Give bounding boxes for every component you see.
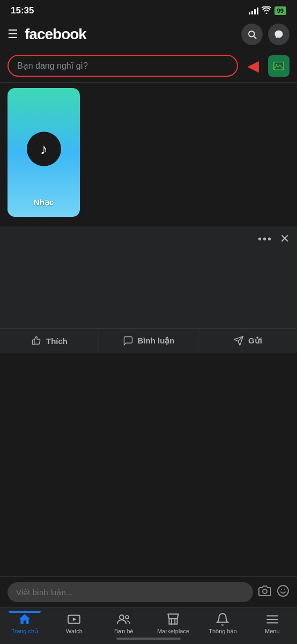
close-icon[interactable]: ✕: [280, 232, 289, 246]
status-bar: 15:35 99: [0, 0, 297, 19]
svg-point-5: [276, 63, 278, 65]
signal-bars-icon: [249, 7, 258, 14]
home-indicator: [116, 638, 181, 640]
emoji-icon[interactable]: [277, 584, 289, 600]
feed-card: ••• ✕ Thích Bình luận Gửi: [0, 226, 297, 353]
nav-label-menu: Menu: [265, 628, 280, 634]
comment-area: [0, 576, 297, 608]
nav-label-home: Trang chủ: [11, 628, 38, 635]
status-icons: 99: [249, 6, 286, 16]
comment-label: Bình luận: [138, 336, 175, 346]
svg-line-1: [254, 36, 256, 38]
nav-label-friends: Bạn bè: [114, 628, 133, 635]
send-button[interactable]: Gửi: [198, 329, 297, 353]
nav-item-home[interactable]: Trang chủ: [0, 611, 49, 635]
messenger-button[interactable]: [268, 24, 289, 45]
nav-label-marketplace: Marketplace: [157, 628, 189, 634]
comment-input[interactable]: [8, 582, 253, 602]
more-options-icon[interactable]: •••: [258, 233, 272, 245]
feed-card-header: ••• ✕: [0, 226, 297, 248]
svg-point-15: [125, 616, 129, 619]
header-right: [241, 24, 289, 45]
nav-item-marketplace[interactable]: Marketplace: [148, 611, 198, 634]
search-button[interactable]: [241, 24, 263, 45]
nav-label-notifications: Thông báo: [209, 628, 237, 634]
red-arrow-icon: ◄: [243, 56, 263, 76]
post-creator: Bạn đang nghĩ gì? ◄: [0, 49, 297, 83]
nav-label-watch: Watch: [66, 628, 83, 634]
camera-icon[interactable]: [258, 584, 271, 600]
like-button[interactable]: Thích: [0, 329, 99, 353]
nav-item-menu[interactable]: Menu: [248, 611, 297, 634]
send-label: Gửi: [248, 336, 262, 346]
like-label: Thích: [46, 336, 68, 346]
comment-extras: [258, 584, 289, 600]
svg-point-8: [263, 589, 267, 594]
svg-point-9: [278, 586, 288, 596]
battery-indicator: 99: [274, 6, 286, 15]
nav-item-watch[interactable]: Watch: [49, 611, 99, 634]
header-left: ☰ facebook: [8, 26, 86, 43]
hamburger-icon[interactable]: ☰: [8, 27, 18, 41]
music-label: Nhạc: [34, 197, 54, 207]
svg-marker-13: [73, 618, 77, 621]
music-card[interactable]: ♪ Nhạc: [8, 88, 80, 217]
reaction-bar: Thích Bình luận Gửi: [0, 328, 297, 353]
feed-card-content: [0, 248, 297, 323]
header: ☰ facebook: [0, 19, 297, 49]
music-note-icon: ♪: [27, 132, 61, 166]
stories-section: ♪ Nhạc: [0, 83, 297, 222]
status-time: 15:35: [11, 5, 34, 16]
wifi-icon: [262, 6, 271, 16]
post-input[interactable]: Bạn đang nghĩ gì?: [8, 55, 238, 77]
comment-button[interactable]: Bình luận: [99, 329, 198, 353]
nav-item-notifications[interactable]: Thông báo: [198, 611, 247, 634]
nav-item-friends[interactable]: Bạn bè: [99, 611, 148, 635]
svg-point-14: [120, 615, 124, 619]
photo-icon-button[interactable]: [268, 55, 289, 77]
facebook-logo: facebook: [25, 26, 86, 43]
